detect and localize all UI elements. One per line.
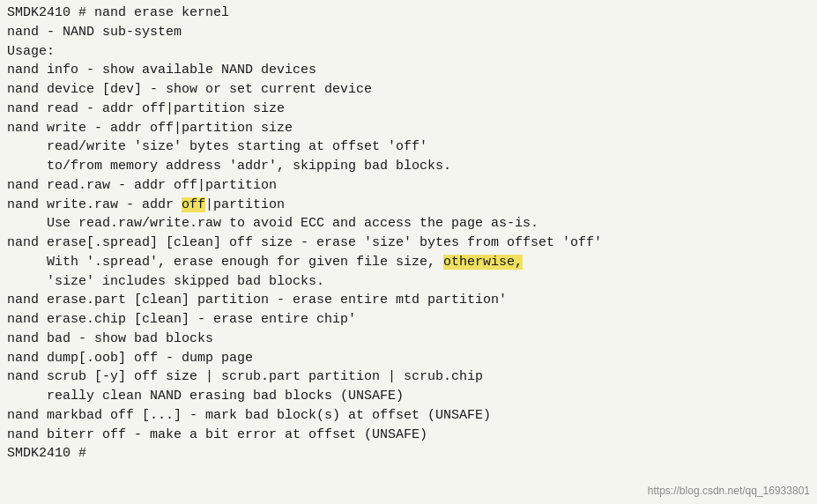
- terminal-window: SMDK2410 # nand erase kernelnand - NAND …: [0, 0, 817, 504]
- highlight-word: otherwise,: [443, 255, 523, 270]
- terminal-line: With '.spread', erase enough for given f…: [7, 253, 810, 272]
- terminal-line: nand read - addr off|partition size: [7, 100, 810, 119]
- terminal-line: nand - NAND sub-system: [7, 23, 810, 42]
- terminal-line: nand erase[.spread] [clean] off size - e…: [7, 233, 810, 253]
- terminal-line: read/write 'size' bytes starting at offs…: [7, 137, 810, 157]
- terminal-line: nand erase.chip [clean] - erase entire c…: [7, 310, 810, 330]
- terminal-line: nand write - addr off|partition size: [7, 119, 810, 138]
- terminal-line: Usage:: [7, 42, 810, 62]
- terminal-line: nand read.raw - addr off|partition: [7, 176, 810, 196]
- terminal-line: nand dump[.oob] off - dump page: [7, 349, 810, 368]
- terminal-line: nand bad - show bad blocks: [7, 330, 810, 349]
- highlight-word: off: [182, 197, 205, 212]
- terminal-line: nand info - show available NAND devices: [7, 61, 810, 80]
- terminal-line: to/from memory address 'addr', skipping …: [7, 157, 810, 176]
- watermark: https://blog.csdn.net/qq_16933801: [648, 484, 810, 499]
- terminal-output: SMDK2410 # nand erase kernelnand - NAND …: [7, 4, 810, 463]
- terminal-line: SMDK2410 #: [7, 444, 810, 463]
- terminal-line: nand write.raw - addr off|partition: [7, 196, 810, 215]
- terminal-line: nand erase.part [clean] partition - eras…: [7, 291, 810, 310]
- terminal-line: nand scrub [-y] off size | scrub.part pa…: [7, 367, 810, 387]
- terminal-line: nand device [dev] - show or set current …: [7, 80, 810, 100]
- terminal-line: SMDK2410 # nand erase kernel: [7, 4, 810, 23]
- terminal-line: Use read.raw/write.raw to avoid ECC and …: [7, 214, 810, 233]
- terminal-line: nand markbad off [...] - mark bad block(…: [7, 406, 810, 426]
- terminal-line: 'size' includes skipped bad blocks.: [7, 272, 810, 292]
- terminal-line: nand biterr off - make a bit error at of…: [7, 426, 810, 445]
- terminal-line: really clean NAND erasing bad blocks (UN…: [7, 387, 810, 406]
